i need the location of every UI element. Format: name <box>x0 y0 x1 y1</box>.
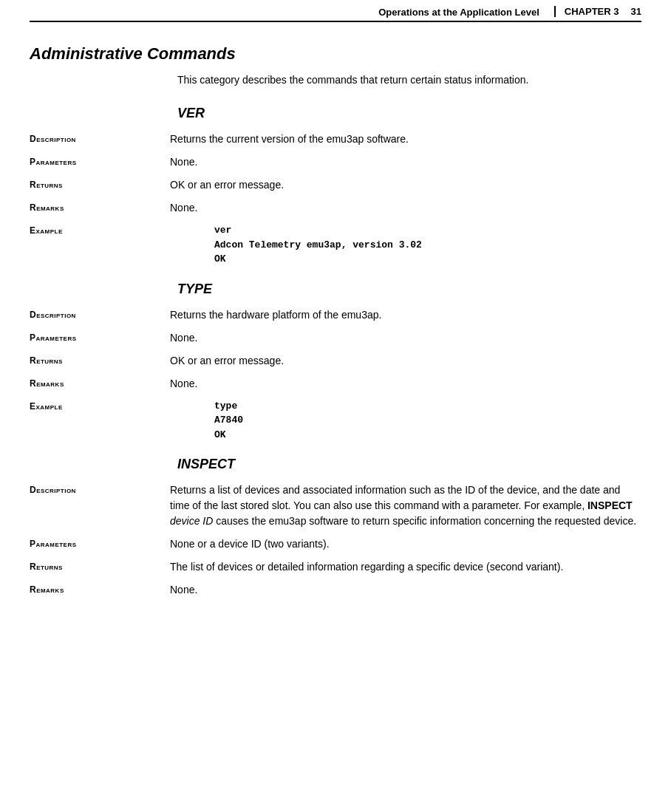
ver-returns-label: Returns <box>30 177 170 193</box>
inspect-returns-row: Returns The list of devices or detailed … <box>30 559 641 575</box>
page-header: Operations at the Application Level CHAP… <box>30 0 641 22</box>
command-ver-title: VER <box>177 106 641 121</box>
ver-remarks-content: None. <box>170 200 641 216</box>
ver-description-label: Description <box>30 132 170 147</box>
type-description-content: Returns the hardware platform of the emu… <box>170 307 641 323</box>
ver-remarks-row: Remarks None. <box>30 200 641 216</box>
section-title: Administrative Commands <box>30 44 641 64</box>
type-description-row: Description Returns the hardware platfor… <box>30 307 641 323</box>
ver-remarks-label: Remarks <box>30 200 170 216</box>
type-description-label: Description <box>30 307 170 323</box>
ver-description-content: Returns the current version of the emu3a… <box>170 132 641 147</box>
inspect-returns-label: Returns <box>30 559 170 575</box>
ver-example-content: ver Adcon Telemetry emu3ap, version 3.02… <box>170 223 641 267</box>
command-ver: VER Description Returns the current vers… <box>30 106 641 267</box>
inspect-remarks-row: Remarks None. <box>30 582 641 598</box>
inspect-returns-content: The list of devices or detailed informat… <box>170 559 641 575</box>
inspect-description-row: Description Returns a list of devices an… <box>30 482 641 529</box>
inspect-description-label: Description <box>30 482 170 529</box>
inspect-italic-param: device ID <box>170 515 213 527</box>
ver-parameters-label: Parameters <box>30 154 170 170</box>
type-example-content: type A7840 OK <box>170 399 641 443</box>
inspect-bold-keyword: INSPECT <box>587 499 633 511</box>
command-inspect-title: INSPECT <box>177 457 641 472</box>
inspect-remarks-label: Remarks <box>30 582 170 598</box>
inspect-remarks-content: None. <box>170 582 641 598</box>
type-returns-label: Returns <box>30 353 170 369</box>
type-remarks-content: None. <box>170 376 641 392</box>
ver-parameters-content: None. <box>170 154 641 170</box>
type-parameters-row: Parameters None. <box>30 330 641 346</box>
type-remarks-row: Remarks None. <box>30 376 641 392</box>
inspect-parameters-content: None or a device ID (two variants). <box>170 536 641 552</box>
inspect-parameters-row: Parameters None or a device ID (two vari… <box>30 536 641 552</box>
intro-text: This category describes the commands tha… <box>177 72 641 88</box>
command-type-title: TYPE <box>177 282 641 297</box>
command-inspect: INSPECT Description Returns a list of de… <box>30 457 641 598</box>
page-number: 31 <box>631 6 641 17</box>
ver-returns-row: Returns OK or an error message. <box>30 177 641 193</box>
type-returns-row: Returns OK or an error message. <box>30 353 641 369</box>
page-header-wrapper: Operations at the Application Level CHAP… <box>0 0 671 22</box>
chapter-label: CHAPTER 3 <box>565 6 619 17</box>
inspect-description-content: Returns a list of devices and associated… <box>170 482 641 529</box>
type-parameters-label: Parameters <box>30 330 170 346</box>
command-type: TYPE Description Returns the hardware pl… <box>30 282 641 443</box>
type-example-row: Example type A7840 OK <box>30 399 641 443</box>
ver-description-row: Description Returns the current version … <box>30 132 641 147</box>
ver-code-block: ver Adcon Telemetry emu3ap, version 3.02… <box>214 223 641 267</box>
type-code-block: type A7840 OK <box>214 399 641 443</box>
ver-returns-content: OK or an error message. <box>170 177 641 193</box>
ver-example-row: Example ver Adcon Telemetry emu3ap, vers… <box>30 223 641 267</box>
type-example-label: Example <box>30 399 170 443</box>
page-content: Administrative Commands This category de… <box>0 22 671 642</box>
inspect-parameters-label: Parameters <box>30 536 170 552</box>
page-subtitle: Operations at the Application Level <box>378 7 539 18</box>
ver-parameters-row: Parameters None. <box>30 154 641 170</box>
type-returns-content: OK or an error message. <box>170 353 641 369</box>
type-parameters-content: None. <box>170 330 641 346</box>
admin-commands-section: Administrative Commands This category de… <box>30 44 641 88</box>
type-remarks-label: Remarks <box>30 376 170 392</box>
ver-example-label: Example <box>30 223 170 267</box>
